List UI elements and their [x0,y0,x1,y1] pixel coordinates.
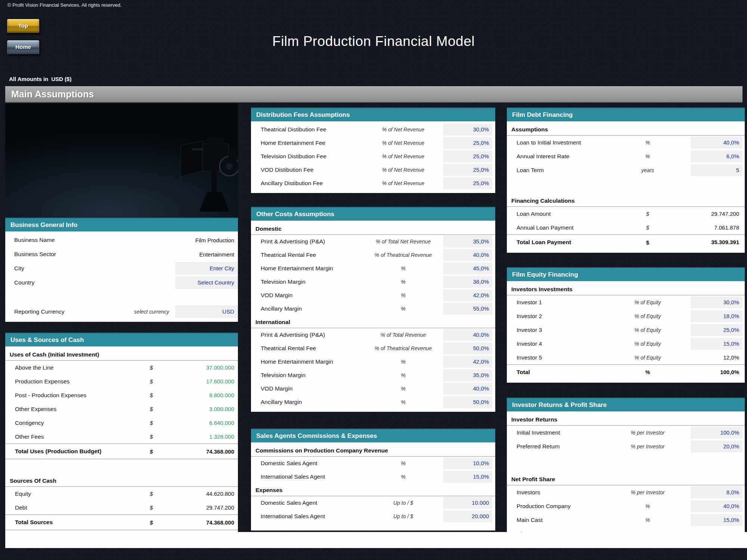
input-cell[interactable]: 15,0% [691,514,743,526]
table-row: Domestic Sales Agent % 10,0% [251,457,495,470]
spacer-row [507,453,745,473]
section-header: Commissions on Production Company Revenu… [251,444,495,457]
row-label: Equity [15,491,150,497]
input-cell[interactable]: 40,0% [443,383,492,395]
row-label: Theatrical Distibution Fee [261,126,363,133]
input-cell[interactable]: USD [175,305,238,318]
input-cell[interactable]: 15,0% [443,471,492,483]
input-cell[interactable]: 40,0% [443,249,492,261]
row-label: Home Entertainment Fee [261,140,363,146]
value-cell[interactable]: Entertainment [175,251,238,258]
table-row: Reporting Currency select currency USD [5,305,238,319]
panel-sales-agents: Sales Agents Commissions & Expenses Comm… [251,429,495,531]
row-unit: % of Equity [605,355,691,361]
row-unit: % [605,503,691,509]
row-label: Domestic Sales Agent [261,460,363,467]
table-row: Debt $ 29.747.200 [5,501,238,514]
row-label: Theatrical Rental Fee [261,345,363,352]
row-label: Home Entertainment Margin [261,358,363,365]
input-cell[interactable]: 45,0% [443,262,492,274]
panel-title: Business General Info [5,218,238,231]
table-row: Business Name Film Production [5,233,238,247]
row-label: City [14,265,106,272]
row-unit: % [605,369,691,375]
input-cell[interactable]: 40,0% [691,137,743,149]
row-label: Domestic Sales Agent [261,500,363,506]
input-cell[interactable]: 30,0% [443,124,492,136]
input-cell[interactable]: 35,0% [443,369,492,381]
value-cell: 74.368.000 [159,519,238,526]
row-label: Main Cast [517,517,605,523]
total-row: Total Sources $ 74.368.000 [5,514,238,530]
input-cell[interactable]: 25,0% [443,177,492,189]
row-label: Ancillary Margin [261,305,363,312]
panel-title: Uses & Sources of Cash [5,333,238,346]
input-cell[interactable]: 42,0% [443,356,492,368]
row-unit: % of Theatrical Revenue [363,345,443,351]
table-row: Ancillary Margin % 50,0% [251,395,495,409]
input-cell[interactable]: 10,0% [443,457,492,469]
table-row: Ancillary Distibution Fee % of Net Reven… [251,177,495,190]
input-cell[interactable]: 42,0% [443,289,492,301]
panel-title: Distribution Fees Assumptions [251,108,495,121]
table-row: International Sales Agent Up to / $ 20.0… [251,510,495,523]
row-label: International Sales Agent [261,473,363,480]
input-cell[interactable]: 25,0% [443,150,492,162]
input-cell[interactable]: 5 [691,164,743,176]
row-label: Print & Advertising (P&A) [261,238,363,245]
input-cell[interactable]: Enter City [175,262,238,275]
row-label: Television Margin [261,372,363,379]
film-camera-illustration [5,103,238,218]
input-cell[interactable]: 6,0% [691,150,743,162]
value-cell: 7.061.878 [691,222,743,234]
input-cell[interactable]: 17.600.000 [159,378,238,385]
input-cell[interactable]: 18,0% [691,310,743,322]
input-cell[interactable]: 20.000 [443,510,492,522]
row-label: Initial Investment [517,429,605,436]
row-label: Country [14,279,106,286]
row-label: International Sales Agent [261,513,363,520]
input-cell[interactable]: 1.328.000 [159,433,238,440]
panel-title: Sales Agents Commissions & Expenses [251,429,495,442]
input-cell[interactable]: 10.000 [443,497,492,509]
input-cell[interactable]: 50,0% [443,396,492,408]
top-button[interactable]: Top [7,19,40,33]
table-row: Investor 4 % of Equity 15,0% [507,337,745,351]
input-cell[interactable]: 8.800.000 [159,392,238,398]
input-cell[interactable]: 25,0% [443,164,492,176]
row-label: Preferred Return [517,443,605,450]
input-cell[interactable]: 55,0% [443,303,492,315]
input-cell[interactable]: 50,0% [443,342,492,354]
input-cell[interactable]: 25,0% [691,324,743,336]
input-cell[interactable]: Select Country [175,276,238,289]
input-cell[interactable]: 30,0% [691,296,743,308]
input-cell[interactable]: 8,0% [691,486,743,498]
input-cell[interactable]: 3.000.000 [159,406,238,412]
row-label: Above the Line [15,364,150,371]
input-cell[interactable]: 40,0% [443,329,492,341]
input-cell[interactable]: 37.000.000 [159,364,238,371]
total-row: Total Uses (Production Budget) $ 74.368.… [5,444,238,459]
input-cell[interactable]: 20,0% [691,441,743,452]
table-row: Main Cast % 15,0% [507,513,745,527]
section-header: Financing Calculations [507,194,745,207]
row-unit: % [363,265,443,271]
row-label: Investors [517,489,605,496]
input-cell[interactable]: 25,0% [443,137,492,149]
workbook-page: © Profit Vision Financial Services. All … [0,0,747,560]
input-cell[interactable]: 15,0% [691,338,743,350]
input-cell[interactable]: 35,0% [443,236,492,248]
input-cell[interactable]: 38,0% [443,276,492,288]
value-cell: 100,0% [691,366,743,378]
input-cell[interactable]: 100,0% [691,427,743,439]
total-row: Total % 100,0% [507,364,745,380]
input-cell[interactable]: 40,0% [691,500,743,512]
panel-investor-returns: Investor Returns & Profit Share Investor… [507,398,745,546]
row-unit: % of Total Revenue [363,332,443,338]
table-row: Annual Loan Payment $ 7.061.878 [507,221,745,234]
table-row: Above the Line $ 37.000.000 [5,361,238,374]
value-cell[interactable]: Film Production [175,237,238,243]
input-cell[interactable]: 6.640.000 [159,420,238,426]
row-label: Loan Term [517,167,605,174]
currency-symbol: $ [150,378,159,385]
